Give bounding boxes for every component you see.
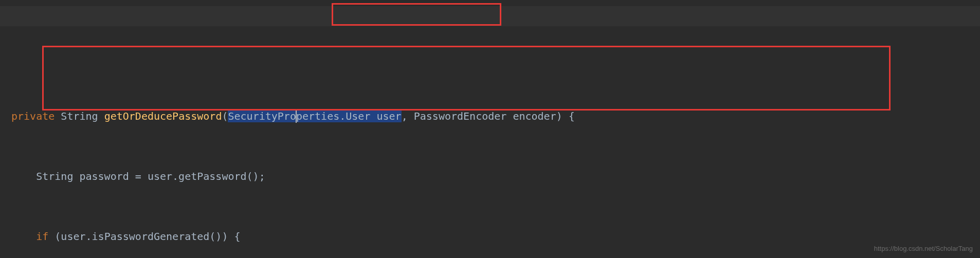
type-string: String [61,110,98,122]
selection-start: SecurityPro [228,110,296,122]
keyword-private: private [11,110,55,122]
current-line-highlight [0,6,980,26]
text-cursor [296,109,297,123]
selection-end: perties [296,110,339,122]
code-line-3: if (user.isPasswordGenerated()) { [11,227,980,247]
method-name: getOrDeducePassword [104,110,222,122]
code-editor[interactable]: private String getOrDeducePassword(Secur… [0,0,980,258]
watermark: https://blog.csdn.net/ScholarTang [874,242,973,255]
code-line-2: String password = user.getPassword(); [11,167,980,187]
code-line-1: private String getOrDeducePassword(Secur… [11,106,980,126]
